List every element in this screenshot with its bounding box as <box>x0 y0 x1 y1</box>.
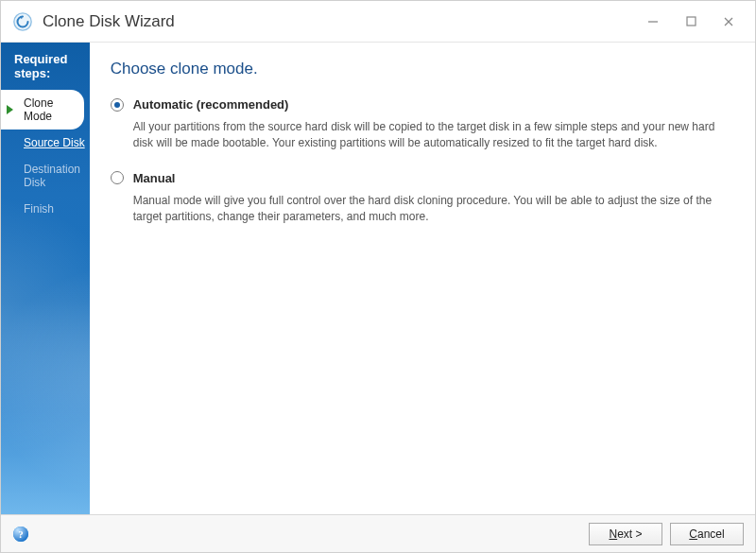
sidebar-step-clone-mode[interactable]: Clone Mode <box>1 90 84 130</box>
option-manual-row[interactable]: Manual <box>111 171 734 185</box>
option-manual-title: Manual <box>133 171 176 185</box>
option-manual: Manual Manual mode will give you full co… <box>111 171 734 226</box>
titlebar: Clone Disk Wizard <box>1 1 755 43</box>
option-automatic: Automatic (recommended) All your partiti… <box>111 97 734 152</box>
option-automatic-description: All your partitions from the source hard… <box>133 119 734 152</box>
close-button[interactable] <box>710 9 747 35</box>
cancel-hotkey: C <box>689 527 697 541</box>
cancel-label-rest: ancel <box>697 527 725 541</box>
option-manual-description: Manual mode will give you full control o… <box>133 193 734 226</box>
sidebar-step-finish: Finish <box>1 196 90 222</box>
sidebar-step-label: Finish <box>24 202 54 216</box>
svg-rect-2 <box>687 17 696 26</box>
sidebar: Required steps: Clone Mode Source Disk D… <box>1 43 90 514</box>
next-hotkey: N <box>609 527 617 541</box>
window-controls <box>634 9 747 35</box>
sidebar-step-label: Clone Mode <box>24 96 53 123</box>
page-heading: Choose clone mode. <box>111 60 734 78</box>
option-automatic-row[interactable]: Automatic (recommended) <box>111 97 734 112</box>
minimize-button[interactable] <box>634 9 672 35</box>
svg-text:?: ? <box>18 528 24 540</box>
wizard-window: Clone Disk Wizard Required steps: Clone … <box>0 0 756 553</box>
window-title: Clone Disk Wizard <box>43 12 175 31</box>
sidebar-step-label: Source Disk <box>24 136 85 149</box>
footer-buttons: Next > Cancel <box>589 523 744 545</box>
main-content: Choose clone mode. Automatic (recommende… <box>90 43 755 514</box>
footer: ? Next > Cancel <box>1 514 755 552</box>
radio-automatic[interactable] <box>111 98 124 112</box>
option-automatic-title: Automatic (recommended) <box>133 97 289 112</box>
maximize-button[interactable] <box>672 9 710 35</box>
wizard-body: Required steps: Clone Mode Source Disk D… <box>1 43 755 514</box>
sidebar-step-source-disk[interactable]: Source Disk <box>1 130 90 156</box>
help-icon[interactable]: ? <box>12 526 29 543</box>
sidebar-step-destination-disk: Destination Disk <box>1 156 90 196</box>
cancel-button[interactable]: Cancel <box>670 523 744 545</box>
next-button[interactable]: Next > <box>589 523 662 545</box>
app-icon <box>12 11 33 32</box>
radio-manual[interactable] <box>111 171 124 184</box>
sidebar-step-label: Destination Disk <box>24 163 80 189</box>
sidebar-header: Required steps: <box>1 43 90 90</box>
next-label-rest: ext > <box>617 527 642 541</box>
